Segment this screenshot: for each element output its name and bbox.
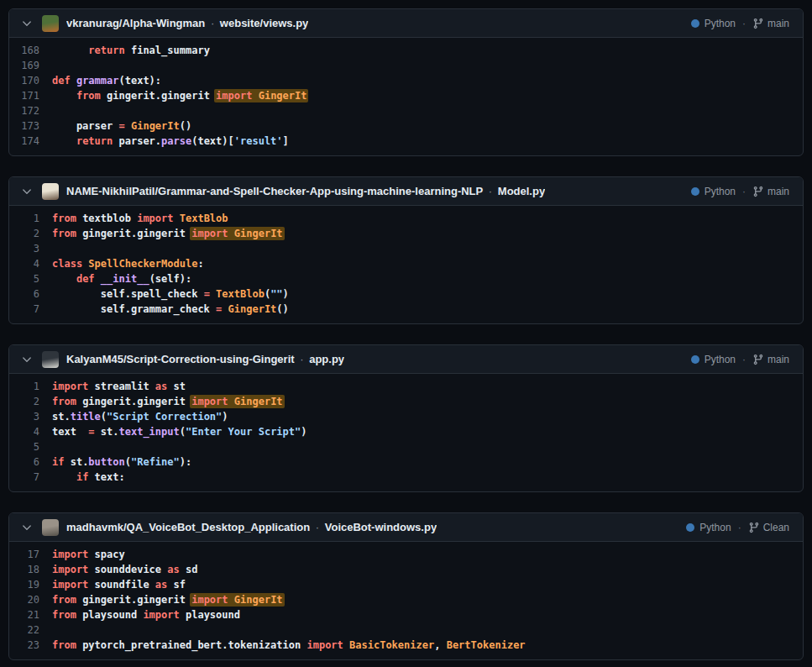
repo-name: vkranurag/Alpha-Wingman [66, 17, 205, 29]
code-text: import sounddevice as sd [39, 562, 197, 577]
code-snippet[interactable]: 1import streamlit as st2from gingerit.gi… [9, 374, 803, 491]
code-snippet[interactable]: 17import spacy18import sounddevice as sd… [9, 542, 803, 659]
code-text [39, 103, 58, 118]
file-path: app.py [309, 353, 344, 365]
search-match-highlight: import GingerIt [214, 89, 308, 102]
repo-file-link[interactable]: NAME-NikhilPatil/Grammar-and-Spell-Check… [66, 185, 545, 197]
code-snippet[interactable]: 168 return final_summary169 170def gramm… [9, 38, 803, 155]
code-text: from gingerit.gingerit import GingerIt [39, 394, 283, 409]
repo-name: NAME-NikhilPatil/Grammar-and-Spell-Check… [66, 185, 483, 197]
code-token: if [76, 471, 88, 483]
code-token: from [52, 396, 76, 407]
language-label: Python [705, 18, 736, 29]
collapse-button[interactable] [19, 184, 34, 199]
code-token: "Enter Your Script" [186, 426, 301, 438]
code-line: 1from textblob import TextBlob [9, 211, 803, 226]
code-text: if st.button("Refine"): [39, 454, 191, 470]
code-token: as [167, 564, 179, 575]
code-line: 3 [9, 241, 803, 256]
code-token: BertTokenizer [447, 639, 526, 651]
code-token: from [52, 594, 76, 606]
code-text: text = st.text_input("Enter Your Script"… [39, 424, 307, 439]
code-token: def [52, 75, 71, 87]
code-token [125, 120, 131, 132]
line-number: 5 [9, 439, 39, 454]
code-token: TextBlob [180, 213, 228, 224]
language-indicator: Python [686, 522, 731, 533]
code-line: 174 return parser.parse(text)['result'] [9, 134, 803, 149]
code-text: return final_summary [39, 43, 210, 58]
language-label: Python [699, 522, 731, 533]
code-token: GingerIt [234, 228, 283, 239]
code-token: import [216, 90, 252, 102]
code-snippet[interactable]: 1from textblob import TextBlob2from ging… [9, 206, 803, 323]
code-token: sd [180, 564, 198, 575]
code-line: 17import spacy [9, 547, 803, 562]
branch-indicator: main [752, 18, 789, 29]
git-branch-icon [752, 354, 764, 365]
language-dot-icon [686, 523, 694, 532]
code-token: ) [283, 288, 289, 300]
repo-avatar [42, 519, 59, 536]
code-token: streamlit [88, 381, 155, 392]
code-text: self.spell_check = TextBlob("") [39, 286, 289, 302]
code-token: ] [283, 135, 289, 147]
title-separator: · [310, 521, 325, 533]
code-text: if text: [39, 470, 125, 485]
code-token: from [52, 639, 76, 651]
code-text: def grammar(text): [39, 73, 161, 88]
code-token: import [52, 564, 88, 575]
code-token: : [197, 258, 203, 270]
collapse-button[interactable] [19, 520, 34, 535]
line-number: 6 [9, 454, 39, 470]
line-number: 20 [9, 592, 39, 607]
code-token: st. [64, 456, 88, 468]
line-number: 2 [9, 226, 39, 241]
code-line: 172 [9, 103, 803, 118]
meta-separator: · [742, 186, 746, 197]
line-number: 170 [9, 73, 39, 88]
code-line: 2from gingerit.gingerit import GingerIt [9, 226, 803, 241]
code-token: import [143, 609, 179, 621]
line-number: 1 [9, 211, 39, 226]
code-line: 171 from gingerit.gingerit import Ginger… [9, 88, 803, 103]
code-token [228, 594, 234, 606]
repo-avatar [42, 15, 59, 32]
collapse-button[interactable] [19, 16, 34, 31]
collapse-button[interactable] [19, 352, 34, 367]
result-meta: Python · main [691, 186, 789, 197]
line-number: 171 [9, 88, 39, 103]
repo-file-link[interactable]: vkranurag/Alpha-Wingman · website/views.… [66, 17, 308, 29]
branch-label: Clean [763, 522, 789, 533]
code-token: self.grammar_check [52, 303, 216, 315]
result-header: madhavmk/QA_VoiceBot_Desktop_Application… [9, 513, 803, 542]
code-line: 1import streamlit as st [9, 379, 803, 394]
code-text: import spacy [39, 547, 125, 562]
line-number: 7 [9, 302, 39, 317]
repo-file-link[interactable]: KalyanM45/Script-Correction-using-Ginger… [66, 353, 344, 365]
repo-file-link[interactable]: madhavmk/QA_VoiceBot_Desktop_Application… [66, 521, 437, 533]
language-label: Python [705, 186, 736, 197]
code-token [52, 90, 76, 102]
code-token [222, 303, 228, 315]
repo-name: madhavmk/QA_VoiceBot_Desktop_Application [66, 521, 310, 533]
code-token: (text)[ [191, 135, 234, 147]
line-number: 173 [9, 118, 39, 134]
title-separator: · [483, 185, 498, 197]
code-token [228, 228, 234, 239]
code-token: gingerit.gingerit [76, 228, 191, 239]
code-line: 21from playsound import playsound [9, 607, 803, 622]
code-token: from [52, 213, 76, 224]
code-line: 3st.title("Script Correction") [9, 409, 803, 424]
code-token: text_input [119, 426, 180, 438]
code-token [52, 273, 76, 285]
code-token: () [276, 303, 288, 315]
code-token: gingerit.gingerit [76, 594, 191, 606]
code-text [39, 58, 58, 73]
code-token: return [76, 135, 113, 147]
code-text: class SpellCheckerModule: [39, 256, 204, 271]
code-line: 22 [9, 622, 803, 638]
code-line: 169 [9, 58, 803, 73]
language-dot-icon [691, 19, 699, 28]
code-token: gingerit.gingerit [101, 90, 216, 102]
